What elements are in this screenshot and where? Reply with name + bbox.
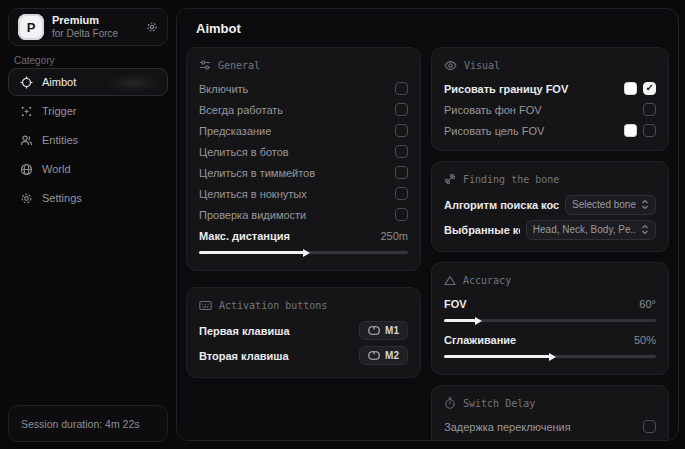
checkbox[interactable] xyxy=(395,208,408,221)
general-card-header: General xyxy=(199,57,408,73)
keybind-row: Первая клавиша M1 xyxy=(199,318,408,343)
sidebar: P Premium for Delta Force Category Aimbo… xyxy=(0,0,176,449)
card-title: Visual xyxy=(464,60,500,71)
visual-label: Рисовать границу FOV xyxy=(444,83,618,95)
globe-icon xyxy=(20,163,33,176)
bone-icon xyxy=(444,173,456,185)
sidebar-item-settings[interactable]: Settings xyxy=(8,184,168,212)
checkbox[interactable] xyxy=(643,420,656,433)
select-value: Selected bone xyxy=(572,199,636,210)
slider-label: Макс. дистанция xyxy=(199,230,374,242)
sidebar-item-label: Settings xyxy=(42,192,82,204)
keybind-row: Вторая клавиша M2 xyxy=(199,343,408,368)
bone-row: Выбранные кости Head, Neck, Body, Pe.. xyxy=(444,217,656,242)
sidebar-item-trigger[interactable]: Trigger xyxy=(8,97,168,125)
slider-header-row: FOV 60° xyxy=(444,293,656,314)
gear-icon[interactable] xyxy=(146,21,158,33)
visual-card: Visual Рисовать границу FOV Рисовать фон… xyxy=(431,47,669,151)
selected-bones-select[interactable]: Head, Neck, Body, Pe.. xyxy=(526,220,656,240)
toggle-label: Предсказание xyxy=(199,125,389,137)
sliders-icon xyxy=(199,59,211,71)
checkbox[interactable] xyxy=(395,145,408,158)
crosshair-icon xyxy=(20,76,33,89)
visual-label: Рисовать цель FOV xyxy=(444,125,618,137)
visual-card-header: Visual xyxy=(444,57,656,73)
sidebar-item-label: Aimbot xyxy=(42,76,76,88)
keybind-value: M1 xyxy=(385,325,399,336)
card-title: Switch Delay xyxy=(463,398,535,409)
max-distance-slider[interactable] xyxy=(199,248,408,257)
category-label: Category xyxy=(14,55,55,66)
right-column: Visual Рисовать границу FOV Рисовать фон… xyxy=(431,47,669,441)
color-swatch[interactable] xyxy=(624,82,637,95)
visual-row: Рисовать фон FOV xyxy=(444,99,656,120)
entities-icon xyxy=(20,134,33,147)
sidebar-item-aimbot[interactable]: Aimbot xyxy=(8,68,168,96)
bone-algorithm-select[interactable]: Selected bone xyxy=(565,195,656,215)
select-value: Head, Neck, Body, Pe.. xyxy=(533,224,636,235)
checkbox[interactable] xyxy=(395,103,408,116)
slider-value: 60° xyxy=(639,298,656,310)
keybind-button-m2[interactable]: M2 xyxy=(359,346,408,365)
checkbox[interactable] xyxy=(395,124,408,137)
accuracy-card: Accuracy FOV 60° Сглаживание 50% xyxy=(431,262,669,375)
settings-gear-icon xyxy=(20,192,33,205)
bone-label: Выбранные кости xyxy=(444,224,520,236)
general-card: General Включить Всегда работать Предска… xyxy=(186,47,421,271)
toggle-label: Всегда работать xyxy=(199,104,389,116)
card-title: General xyxy=(218,60,260,71)
chevrons-up-down-icon xyxy=(641,224,649,235)
checkbox[interactable] xyxy=(643,103,656,116)
mouse-icon xyxy=(368,326,380,335)
sidebar-item-label: Entities xyxy=(42,134,78,146)
color-swatch[interactable] xyxy=(624,124,637,137)
slider-value: 250m xyxy=(380,230,408,242)
toggle-row: Предсказание xyxy=(199,120,408,141)
fov-slider[interactable] xyxy=(444,316,656,325)
bone-row: Алгоритм поиска костей Selected bone xyxy=(444,192,656,217)
slider-track xyxy=(199,251,408,254)
bone-label: Алгоритм поиска костей xyxy=(444,199,559,211)
sidebar-item-entities[interactable]: Entities xyxy=(8,126,168,154)
toggle-label: Задержка переключения xyxy=(444,421,637,433)
slider-header-row: Сглаживание 50% xyxy=(444,329,656,350)
content-columns: General Включить Всегда работать Предска… xyxy=(177,47,678,441)
brand-logo: P xyxy=(18,14,44,40)
switch-delay-card: Switch Delay Задержка переключения Задер… xyxy=(431,385,669,441)
slider-track xyxy=(444,319,656,322)
slider-track xyxy=(444,355,656,358)
session-duration: Session duration: 4m 22s xyxy=(8,405,168,442)
mouse-icon xyxy=(368,351,380,360)
activation-card: Activation buttons Первая клавиша M1 xyxy=(186,287,421,378)
slider-value: 50% xyxy=(634,334,656,346)
slider-fill xyxy=(444,319,476,322)
slider-label: FOV xyxy=(444,298,633,310)
bone-card: Finding the bone Алгоритм поиска костей … xyxy=(431,161,669,252)
card-title: Accuracy xyxy=(463,275,511,286)
checkbox[interactable] xyxy=(643,82,656,95)
toggle-row: Всегда работать xyxy=(199,99,408,120)
eye-icon xyxy=(444,60,457,71)
visual-label: Рисовать фон FOV xyxy=(444,104,637,116)
sidebar-item-world[interactable]: World xyxy=(8,155,168,183)
keybind-button-m1[interactable]: M1 xyxy=(359,321,408,340)
checkbox[interactable] xyxy=(395,166,408,179)
slider-label: Сглаживание xyxy=(444,334,628,346)
checkbox[interactable] xyxy=(395,187,408,200)
switch-delay-card-header: Switch Delay xyxy=(444,395,656,411)
sidebar-item-label: Trigger xyxy=(42,105,76,117)
checkbox[interactable] xyxy=(395,82,408,95)
toggle-row: Целиться в тиммейтов xyxy=(199,162,408,183)
visual-row: Рисовать границу FOV xyxy=(444,78,656,99)
toggle-row: Задержка переключения xyxy=(444,416,656,437)
smoothing-slider[interactable] xyxy=(444,352,656,361)
triangle-icon xyxy=(444,275,456,286)
page-title: Aimbot xyxy=(196,21,678,36)
timer-icon xyxy=(444,397,456,409)
checkbox[interactable] xyxy=(643,124,656,137)
brand-subtitle: for Delta Force xyxy=(52,29,138,40)
toggle-row: Включить xyxy=(199,78,408,99)
card-title: Finding the bone xyxy=(463,174,559,185)
slider-header-row: Макс. дистанция 250m xyxy=(199,225,408,246)
toggle-label: Целиться в нокнутых xyxy=(199,188,389,200)
